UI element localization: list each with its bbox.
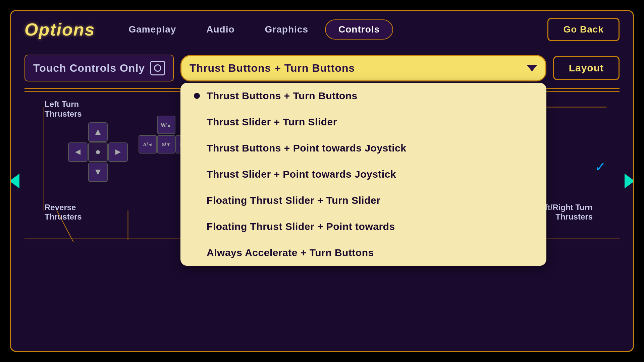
controls-row: Touch Controls Only Thrust Buttons + Tur… — [24, 55, 620, 81]
s-btn[interactable]: S/▼ — [157, 135, 175, 154]
reverse-text: Reverse — [45, 203, 82, 212]
right-arrow-icon — [115, 149, 121, 156]
bullet-empty-icon-5 — [194, 224, 200, 230]
reverse-thrusters-text: Thrusters — [45, 212, 82, 222]
layout-button[interactable]: Layout — [553, 56, 620, 80]
dropdown-option-5: Floating Thrust Slider + Point towards — [207, 221, 395, 232]
left-arrow-icon — [74, 149, 81, 156]
app-title: Options — [24, 19, 95, 40]
dropdown-item-2[interactable]: Thrust Buttons + Point towards Joystick — [180, 135, 546, 161]
dropdown-option-3: Thrust Slider + Point towards Joystick — [207, 169, 396, 180]
touch-controls-label: Touch Controls Only — [33, 62, 145, 74]
dpad-right-btn[interactable] — [108, 142, 128, 162]
dropdown-option-6: Always Accelerate + Turn Buttons — [207, 247, 374, 258]
bullet-empty-icon-1 — [194, 119, 200, 125]
down-arrow-icon — [95, 169, 101, 176]
header: Options Gameplay Audio Graphics Controls… — [11, 11, 633, 48]
tab-graphics[interactable]: Graphics — [252, 19, 322, 40]
tab-gameplay[interactable]: Gameplay — [115, 19, 190, 40]
svg-marker-8 — [115, 149, 121, 155]
nav-tabs: Gameplay Audio Graphics Controls — [115, 19, 547, 40]
dpad-center-dot — [96, 150, 100, 154]
control-scheme-dropdown-container: Thrust Buttons + Turn Buttons Thrust But… — [180, 55, 546, 81]
a-btn[interactable]: A/◄ — [139, 135, 157, 154]
left-turn-text: Left Turn — [45, 99, 82, 109]
content-area: Touch Controls Only Thrust Buttons + Tur… — [11, 48, 633, 348]
dropdown-item-0[interactable]: Thrust Buttons + Turn Buttons — [180, 83, 546, 109]
tab-controls[interactable]: Controls — [325, 19, 393, 40]
bullet-empty-icon-6 — [194, 250, 200, 256]
dropdown-arrow-icon — [527, 65, 537, 71]
dropdown-option-0: Thrust Buttons + Turn Buttons — [207, 90, 358, 102]
left-turn-label: Left Turn Thrusters — [45, 99, 82, 119]
toggle-inner-circle — [154, 64, 161, 72]
svg-marker-9 — [95, 170, 101, 175]
bullet-empty-icon-4 — [194, 197, 200, 203]
dpad-down-btn[interactable] — [88, 163, 108, 182]
dropdown-option-1: Thrust Slider + Turn Slider — [207, 116, 337, 128]
dropdown-option-2: Thrust Buttons + Point towards Joystick — [207, 142, 406, 154]
up-arrow-icon — [95, 129, 101, 135]
toggle-checkbox[interactable] — [150, 61, 165, 75]
dropdown-menu: Thrust Buttons + Turn Buttons Thrust Sli… — [180, 83, 546, 266]
dropdown-item-6[interactable]: Always Accelerate + Turn Buttons — [180, 240, 546, 266]
dropdown-option-4: Floating Thrust Slider + Turn Slider — [207, 195, 380, 206]
dropdown-item-3[interactable]: Thrust Slider + Point towards Joystick — [180, 161, 546, 187]
dpad-center-btn[interactable] — [88, 142, 108, 162]
reverse-label: Reverse Thrusters — [45, 203, 82, 222]
svg-marker-7 — [75, 149, 80, 155]
thrusters-text-left: Thrusters — [45, 109, 82, 119]
dpad-left-btn[interactable] — [68, 142, 88, 162]
check-icon: ✓ — [595, 159, 606, 175]
go-back-button[interactable]: Go Back — [547, 18, 620, 41]
bullet-selected-icon — [194, 93, 200, 99]
dropdown-item-4[interactable]: Floating Thrust Slider + Turn Slider — [180, 187, 546, 214]
dropdown-selected-label: Thrust Buttons + Turn Buttons — [190, 62, 355, 74]
bullet-empty-icon-2 — [194, 145, 200, 151]
main-panel: Options Gameplay Audio Graphics Controls… — [10, 10, 634, 352]
bullet-empty-icon-3 — [194, 171, 200, 177]
dropdown-item-5[interactable]: Floating Thrust Slider + Point towards — [180, 214, 546, 240]
touch-controls-toggle[interactable]: Touch Controls Only — [24, 55, 174, 81]
dropdown-item-1[interactable]: Thrust Slider + Turn Slider — [180, 109, 546, 135]
dpad-up-btn[interactable] — [88, 122, 108, 142]
control-scheme-dropdown[interactable]: Thrust Buttons + Turn Buttons — [180, 55, 546, 81]
w-btn[interactable]: W/▲ — [157, 116, 175, 134]
svg-marker-6 — [95, 129, 101, 135]
tab-audio[interactable]: Audio — [193, 19, 248, 40]
